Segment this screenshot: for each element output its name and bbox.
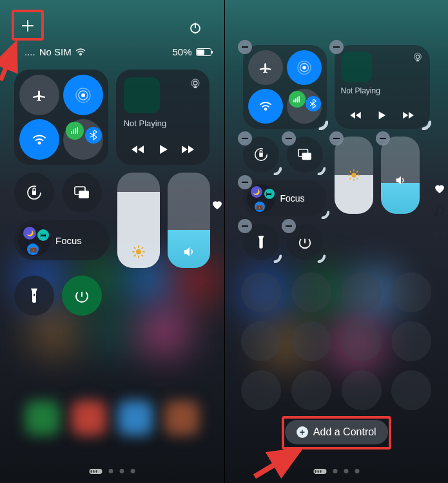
svg-point-10 xyxy=(136,249,141,254)
hotspot-icon-r[interactable] xyxy=(434,229,445,240)
svg-rect-9 xyxy=(79,191,89,198)
airdrop-toggle-r[interactable] xyxy=(287,50,322,85)
empty-slot[interactable] xyxy=(291,370,331,410)
battery-icon xyxy=(196,48,211,56)
carrier-text: No SIM xyxy=(39,46,72,57)
volume-icon-r xyxy=(394,174,407,187)
wifi-toggle-r[interactable] xyxy=(248,89,283,124)
svg-point-14 xyxy=(302,66,306,70)
control-center-normal: .... No SIM 50% xyxy=(0,0,224,483)
media-artwork-r xyxy=(341,52,372,82)
airplay-icon-r[interactable] xyxy=(412,52,424,63)
resize-handle[interactable] xyxy=(310,247,326,263)
brightness-icon-r xyxy=(347,169,360,182)
remove-badge[interactable] xyxy=(238,219,252,233)
remove-badge[interactable] xyxy=(376,131,390,146)
cellular-bluetooth-cluster[interactable] xyxy=(63,119,103,160)
favorites-icon[interactable] xyxy=(211,200,223,210)
focus-label-r: Focus xyxy=(280,193,305,204)
power-button[interactable] xyxy=(186,18,205,37)
add-control-label: Add a Control xyxy=(313,426,376,438)
empty-slot[interactable] xyxy=(391,272,431,312)
resize-handle[interactable] xyxy=(266,247,282,263)
flashlight-button[interactable] xyxy=(14,276,54,316)
airdrop-toggle[interactable] xyxy=(63,75,103,115)
side-shortcuts-r xyxy=(434,184,445,240)
page-indicator-r[interactable] xyxy=(313,469,359,474)
airplane-toggle-r[interactable] xyxy=(248,50,283,85)
media-module[interactable]: Not Playing xyxy=(116,70,210,165)
signal-dots: .... xyxy=(24,46,35,57)
timer-button[interactable] xyxy=(62,276,102,316)
airplay-icon[interactable] xyxy=(189,77,202,90)
empty-slot[interactable] xyxy=(241,272,281,312)
empty-slot[interactable] xyxy=(291,321,331,361)
empty-slot[interactable] xyxy=(291,272,331,312)
forward-button[interactable] xyxy=(181,144,195,155)
empty-slot[interactable] xyxy=(391,321,431,361)
empty-slot[interactable] xyxy=(391,370,431,410)
remove-badge[interactable] xyxy=(282,131,296,146)
music-icon-r[interactable] xyxy=(434,205,445,217)
remove-badge[interactable] xyxy=(329,131,344,146)
svg-point-23 xyxy=(351,173,356,177)
resize-handle[interactable] xyxy=(413,112,431,130)
battery-text: 50% xyxy=(172,46,191,57)
empty-slot[interactable] xyxy=(342,321,382,361)
svg-rect-7 xyxy=(32,191,36,195)
resize-handle[interactable] xyxy=(310,160,326,175)
svg-rect-22 xyxy=(302,153,311,160)
status-bar: .... No SIM 50% xyxy=(24,46,211,57)
media-status-text: Not Playing xyxy=(124,118,202,128)
media-module-edit[interactable]: Not Playing xyxy=(335,45,430,129)
add-control-button[interactable]: + Add a Control xyxy=(285,420,388,444)
focus-module[interactable]: 🌙 🛏 💼 Focus xyxy=(14,220,110,260)
remove-badge[interactable] xyxy=(238,40,252,54)
remove-badge[interactable] xyxy=(282,219,296,233)
focus-orb: 🌙 🛏 💼 xyxy=(18,224,50,256)
orientation-lock-toggle[interactable] xyxy=(14,173,54,213)
remove-badge[interactable] xyxy=(238,175,252,189)
favorites-icon-r[interactable] xyxy=(434,184,445,194)
brightness-slider-r[interactable] xyxy=(335,137,373,214)
svg-point-25 xyxy=(438,233,441,236)
dock-blur xyxy=(19,401,205,442)
media-artwork xyxy=(124,77,160,113)
plus-circle-icon: + xyxy=(297,426,308,438)
screen-mirroring-button[interactable] xyxy=(62,173,102,213)
empty-slot[interactable] xyxy=(342,370,382,410)
connectivity-module[interactable] xyxy=(14,70,108,165)
resize-handle[interactable] xyxy=(310,112,328,130)
focus-label: Focus xyxy=(55,235,82,246)
side-shortcuts xyxy=(211,200,223,256)
volume-slider[interactable] xyxy=(168,173,210,268)
rewind-button[interactable] xyxy=(130,144,144,155)
empty-slots-grid xyxy=(239,270,434,412)
remove-badge[interactable] xyxy=(238,131,252,146)
brightness-slider[interactable] xyxy=(117,173,160,268)
empty-slot[interactable] xyxy=(342,272,382,312)
wifi-toggle[interactable] xyxy=(19,119,59,160)
airplane-toggle[interactable] xyxy=(19,75,59,115)
resize-handle[interactable] xyxy=(266,160,282,175)
svg-point-17 xyxy=(416,55,419,58)
rewind-button-r[interactable] xyxy=(349,111,362,120)
volume-slider-r[interactable] xyxy=(381,137,420,214)
media-status-text-r: Not Playing xyxy=(341,86,424,95)
add-button[interactable] xyxy=(19,17,36,34)
hotspot-icon[interactable] xyxy=(211,245,223,256)
music-icon[interactable] xyxy=(211,222,223,233)
svg-point-13 xyxy=(216,249,219,252)
connectivity-module-edit[interactable] xyxy=(243,45,327,129)
empty-slot[interactable] xyxy=(241,321,281,361)
brightness-icon xyxy=(131,245,146,259)
resize-handle[interactable] xyxy=(314,204,329,219)
volume-icon xyxy=(182,245,196,259)
remove-badge[interactable] xyxy=(329,40,344,54)
svg-rect-11 xyxy=(34,294,35,296)
play-button-r[interactable] xyxy=(377,111,386,120)
play-button[interactable] xyxy=(158,144,168,155)
page-indicator[interactable] xyxy=(89,469,135,474)
empty-slot[interactable] xyxy=(241,370,281,410)
svg-point-4 xyxy=(193,81,197,85)
